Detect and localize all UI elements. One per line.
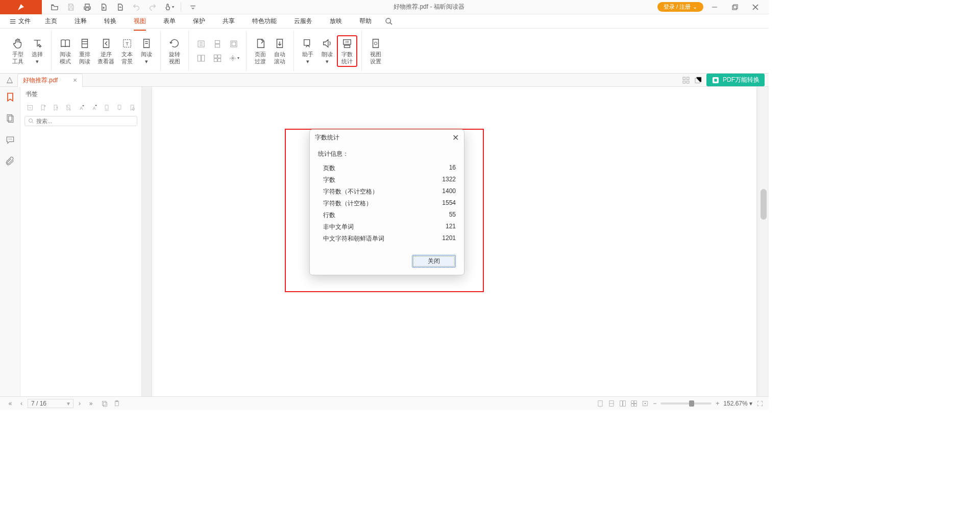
menu-form[interactable]: 表单 (155, 15, 184, 28)
qat-customize-icon[interactable] (185, 1, 201, 14)
svg-rect-21 (683, 81, 685, 83)
grid-view-icon[interactable] (682, 76, 690, 84)
redo-icon[interactable] (145, 1, 160, 14)
dialog-close-button[interactable]: ✕ (452, 133, 459, 143)
read-aloud-button[interactable]: 朗读▾ (317, 36, 337, 66)
minimize-button[interactable] (705, 1, 724, 14)
helper-button[interactable]: 助手▾ (298, 36, 317, 66)
bm-font-inc-icon[interactable]: A (76, 103, 86, 113)
svg-point-27 (8, 139, 9, 140)
menu-search-icon[interactable] (385, 17, 393, 26)
page-indicator[interactable]: 7 / 16 ▾ (28, 399, 74, 408)
menu-home[interactable]: 主页 (37, 15, 65, 28)
hand-tool-button[interactable]: 手型 工具 (8, 36, 28, 66)
sb-layout4-icon[interactable] (630, 400, 638, 407)
menu-features[interactable]: 特色功能 (244, 15, 285, 28)
text-viewer-button[interactable]: T 文本 背景 (117, 36, 137, 66)
bm-delete-icon[interactable] (63, 103, 74, 113)
login-button[interactable]: 登录 / 注册⌄ (657, 2, 703, 12)
scrollbar-thumb[interactable] (761, 189, 767, 220)
maximize-button[interactable] (726, 1, 744, 14)
sb-paste-icon[interactable] (113, 400, 120, 407)
sb-layout3-icon[interactable] (619, 400, 626, 407)
view-settings-button[interactable]: 视图 设置 (366, 36, 385, 66)
zoom-slider[interactable] (660, 402, 712, 405)
reflow-button[interactable]: 重排 阅读 (75, 36, 94, 66)
comments-panel-button[interactable] (3, 133, 17, 147)
sb-layout1-icon[interactable] (597, 400, 604, 407)
menu-convert[interactable]: 转换 (96, 15, 125, 28)
bm-find-icon[interactable] (127, 103, 137, 113)
word-count-button[interactable]: AB 字数 统计 (337, 35, 357, 67)
menu-comment[interactable]: 注释 (66, 15, 95, 28)
fullscreen-button[interactable] (756, 400, 764, 407)
menubar: 文件 主页 注释 转换 视图 表单 保护 共享 特色功能 云服务 放映 帮助 (0, 14, 769, 29)
next-page-button[interactable]: › (75, 400, 85, 407)
read-mode-button[interactable]: 阅读 模式 (56, 36, 75, 66)
file-menu[interactable]: 文件 (4, 15, 36, 28)
layout6-icon[interactable]: ▾ (226, 52, 242, 65)
bm-font-dec-icon[interactable]: A (88, 103, 99, 113)
read-icon (140, 37, 153, 50)
document-tab[interactable]: 好物推荐.pdf × (17, 74, 83, 87)
layout2-icon[interactable] (193, 52, 209, 65)
menu-protect[interactable]: 保护 (185, 15, 213, 28)
zoom-level[interactable]: 152.67% ▾ (723, 400, 752, 407)
rotate-view-button[interactable]: 旋转 视图 (165, 36, 184, 66)
layout1-icon[interactable] (193, 37, 209, 51)
sb-fit-icon[interactable] (642, 400, 649, 407)
print-icon[interactable] (80, 1, 95, 14)
menu-present[interactable]: 放映 (322, 15, 350, 28)
bm-cut-icon[interactable] (50, 103, 61, 113)
pages-panel-button[interactable] (3, 111, 17, 126)
auto-scroll-button[interactable]: 自动 滚动 (270, 36, 289, 66)
bm-expand-icon[interactable] (24, 103, 35, 113)
save-icon[interactable] (63, 1, 79, 14)
menu-cloud[interactable]: 云服务 (286, 15, 321, 28)
tab-close-icon[interactable]: × (73, 76, 77, 84)
bm-tool7-icon[interactable] (101, 103, 112, 113)
reverse-viewer-button[interactable]: 逆序 查看器 (94, 36, 117, 66)
layout5-icon[interactable] (226, 37, 242, 51)
svg-point-48 (645, 402, 646, 404)
undo-icon[interactable] (129, 1, 144, 14)
open-icon[interactable] (47, 1, 62, 14)
last-page-button[interactable]: » (86, 400, 96, 407)
restore-view-icon[interactable] (694, 76, 702, 84)
zoom-slider-thumb[interactable] (689, 400, 694, 407)
shape-tool-icon[interactable] (2, 76, 17, 84)
menu-help[interactable]: 帮助 (351, 15, 380, 28)
attachments-panel-button[interactable] (3, 154, 17, 169)
doc-arrow-icon[interactable] (112, 1, 128, 14)
foxit-logo-icon (16, 3, 26, 12)
svg-text:A: A (80, 106, 83, 111)
auto-scroll-icon (274, 37, 286, 50)
page-transition-button[interactable]: 页面 过渡 (251, 36, 270, 66)
zoom-out-button[interactable]: − (653, 400, 656, 407)
bookmark-tools: A A (20, 102, 141, 114)
sb-layout2-icon[interactable] (608, 400, 615, 407)
svg-rect-42 (623, 400, 626, 406)
vertical-scrollbar[interactable] (760, 87, 768, 396)
doc-plus-icon[interactable] (96, 1, 111, 14)
svg-rect-36 (104, 402, 107, 406)
bm-tool8-icon[interactable] (114, 103, 125, 113)
sb-copy-icon[interactable] (101, 400, 108, 407)
bookmark-search[interactable] (24, 116, 137, 126)
menu-share[interactable]: 共享 (214, 15, 243, 28)
dialog-close-action-button[interactable]: 关闭 (412, 255, 456, 268)
select-tool-button[interactable]: 选择▾ (28, 36, 47, 66)
close-button[interactable] (746, 1, 765, 14)
bookmark-search-input[interactable] (36, 118, 134, 124)
prev-page-button[interactable]: ‹ (16, 400, 27, 407)
first-page-button[interactable]: « (5, 400, 15, 407)
read-bg-button[interactable]: 阅读▾ (137, 36, 156, 66)
bm-add-icon[interactable] (37, 103, 48, 113)
layout4-icon[interactable] (209, 52, 226, 65)
zoom-in-button[interactable]: + (716, 400, 719, 407)
touch-icon[interactable]: ▾ (161, 1, 177, 14)
layout3-icon[interactable] (209, 37, 226, 51)
pdf-convert-button[interactable]: PDF万能转换 (706, 74, 765, 86)
bookmark-panel-button[interactable] (3, 90, 17, 104)
menu-view[interactable]: 视图 (126, 15, 154, 28)
